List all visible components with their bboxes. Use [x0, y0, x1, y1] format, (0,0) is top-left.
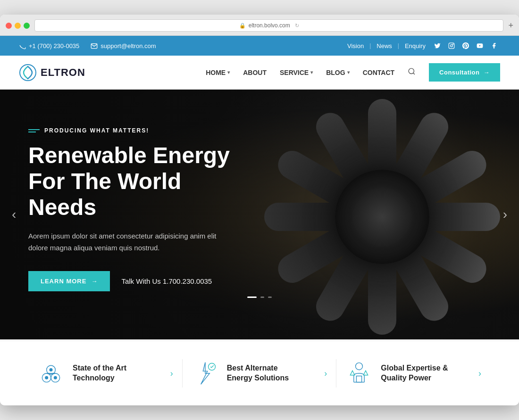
hero-actions: LEARN MORE → Talk With Us 1.700.230.0035 [28, 271, 255, 291]
svg-line-5 [413, 73, 415, 74]
feature-item-2: Best Alternate Energy Solutions › [183, 355, 337, 391]
header: ELTRON HOME ▾ ABOUT SERVICE ▾ BLOG ▾ [0, 56, 519, 90]
phone-item: +1 (700) 230-0035 [19, 42, 79, 49]
slider-dots [247, 296, 272, 298]
energy-icon [192, 360, 218, 387]
nav-blog[interactable]: BLOG ▾ [326, 69, 349, 76]
top-bar-right: Vision | News | Enquiry [343, 40, 500, 52]
feature-item-3: Global Expertise & Quality Power › [336, 355, 491, 391]
turbine-center [335, 170, 429, 264]
phone-number: +1 (700) 230-0035 [29, 42, 79, 49]
svg-rect-0 [449, 43, 454, 49]
top-bar: +1 (700) 230-0035 support@eltron.com Vis… [0, 36, 519, 56]
learn-more-button[interactable]: LEARN MORE → [28, 271, 110, 291]
email-address: support@eltron.com [100, 42, 156, 49]
badge-lines-icon [28, 129, 40, 132]
email-icon [91, 42, 98, 49]
divider-1: | [369, 42, 371, 49]
nav-home[interactable]: HOME ▾ [206, 69, 230, 76]
main-nav: HOME ▾ ABOUT SERVICE ▾ BLOG ▾ CONTACT [206, 63, 500, 82]
dot-1[interactable] [247, 296, 257, 298]
feature-title-1: State of the Art Technology [73, 363, 126, 383]
hero-description: Aorem ipsum dolor sit amet consectetur a… [28, 230, 255, 254]
instagram-icon[interactable] [445, 40, 458, 52]
website-content: +1 (700) 230-0035 support@eltron.com Vis… [0, 36, 519, 405]
technology-icon [38, 360, 64, 387]
svg-point-16 [356, 363, 363, 370]
feature-arrow-3[interactable]: › [478, 369, 481, 379]
pinterest-icon[interactable] [460, 40, 472, 52]
divider-2: | [398, 42, 399, 49]
enquiry-link[interactable]: Enquiry [401, 42, 429, 49]
slider-next-button[interactable]: › [498, 202, 512, 227]
blog-chevron: ▾ [347, 70, 350, 75]
slider-prev-button[interactable]: ‹ [7, 202, 21, 227]
talk-text: Talk With Us 1.700.230.0035 [121, 277, 212, 285]
email-item: support@eltron.com [91, 42, 156, 49]
browser-window: 🔒 eltron.bolvo.com ↻ + +1 (700) 230-0035 [0, 15, 519, 405]
badge-line-1 [28, 129, 40, 130]
youtube-icon[interactable] [474, 40, 486, 52]
svg-point-14 [50, 369, 52, 371]
vision-link[interactable]: Vision [343, 42, 368, 49]
hero-badge: PRODUCING WHAT MATTERS! [28, 127, 255, 134]
expertise-icon [346, 360, 372, 387]
hero-section: PRODUCING WHAT MATTERS! Renewable Energy… [0, 90, 519, 339]
feature-item-1: State of the Art Technology › [28, 355, 183, 391]
svg-point-13 [54, 377, 57, 379]
feature-title-3: Global Expertise & Quality Power [381, 363, 448, 383]
nav-service[interactable]: SERVICE ▾ [280, 69, 313, 76]
nav-contact[interactable]: CONTACT [363, 69, 394, 76]
dot-2[interactable] [260, 296, 264, 298]
hero-title: Renewable Energy For The World Needs [28, 142, 255, 221]
feature-arrow-2[interactable]: › [324, 369, 327, 379]
svg-point-4 [409, 68, 414, 74]
logo[interactable]: ELTRON [19, 64, 85, 82]
svg-point-1 [451, 45, 453, 47]
dot-minimize[interactable] [15, 23, 21, 29]
home-chevron: ▾ [227, 70, 230, 75]
badge-text: PRODUCING WHAT MATTERS! [44, 127, 149, 134]
phone-icon [19, 42, 26, 49]
dot-maximize[interactable] [24, 23, 30, 29]
badge-line-2 [28, 132, 36, 132]
hero-content: PRODUCING WHAT MATTERS! Renewable Energy… [0, 90, 283, 329]
svg-rect-18 [357, 376, 362, 382]
logo-text: ELTRON [41, 66, 85, 79]
dot-close[interactable] [6, 23, 12, 29]
feature-title-2: Best Alternate Energy Solutions [227, 363, 289, 383]
news-link[interactable]: News [373, 42, 396, 49]
nav-about[interactable]: ABOUT [243, 69, 267, 76]
search-icon[interactable] [408, 67, 416, 77]
feature-text-1: State of the Art Technology [73, 363, 126, 383]
feature-text-2: Best Alternate Energy Solutions [227, 363, 289, 383]
url-text: eltron.bolvo.com [249, 22, 290, 29]
dot-3[interactable] [268, 296, 272, 298]
svg-point-2 [453, 44, 453, 44]
add-tab-button[interactable]: + [508, 21, 513, 31]
service-chevron: ▾ [310, 70, 313, 75]
browser-chrome: 🔒 eltron.bolvo.com ↻ + [0, 15, 519, 36]
svg-point-12 [45, 377, 48, 379]
logo-icon [19, 64, 37, 82]
feature-text-3: Global Expertise & Quality Power [381, 363, 448, 383]
browser-dots [6, 23, 30, 29]
facebook-icon[interactable] [488, 40, 500, 52]
twitter-icon[interactable] [431, 40, 444, 52]
feature-arrow-1[interactable]: › [170, 369, 173, 379]
address-bar[interactable]: 🔒 eltron.bolvo.com ↻ [34, 19, 503, 32]
consultation-button[interactable]: Consultation → [429, 63, 500, 82]
features-bar: State of the Art Technology › Best Alter… [0, 339, 519, 405]
top-bar-left: +1 (700) 230-0035 support@eltron.com [19, 42, 156, 49]
